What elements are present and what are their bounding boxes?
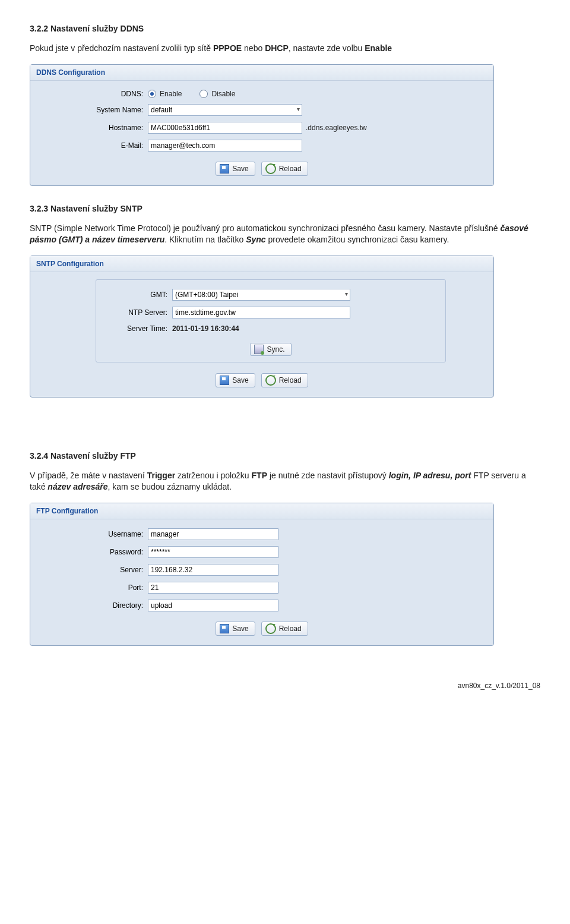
heading-ddns-section: 3.2.2 Nastavení služby DDNS [30,24,540,33]
pppoe-term: PPPOE [213,43,242,53]
reload-button-label: Reload [279,376,302,384]
page-footer: avn80x_cz_v.1.0/2011_08 [30,682,540,690]
sntp-intro-paragraph: SNTP (Simple Network Time Protocol) je p… [30,223,540,246]
dir-term: název adresáře [48,482,107,491]
hostname-label: Hostname: [30,124,148,132]
enable-term: Enable [365,43,392,53]
port-input[interactable] [148,582,278,594]
ntp-server-label: NTP Server: [96,308,172,317]
save-button-label: Save [232,625,248,633]
ftp-p-pre: V případě, že máte v nastavení [30,471,147,480]
sntp-p1: SNTP (Simple Network Time Protocol) je p… [30,223,500,233]
save-icon [220,624,229,633]
password-label: Password: [30,548,148,556]
ftp-panel-title: FTP Configuration [30,503,493,519]
heading-sntp-section: 3.2.3 Nastavení služby SNTP [30,204,540,213]
save-button-label: Save [232,165,248,173]
username-input[interactable] [148,528,278,540]
email-input[interactable] [148,140,302,152]
reload-icon [265,163,276,174]
sync-button[interactable]: Sync. [250,343,291,356]
reload-icon [265,623,276,634]
directory-input[interactable] [148,600,278,611]
dhcp-term: DHCP [265,43,289,53]
sync-button-label: Sync. [267,345,284,354]
password-input[interactable] [148,546,278,558]
ddns-intro-paragraph: Pokud jste v předchozím nastavení zvolil… [30,43,540,55]
ddns-disable-radio-label: Disable [211,90,235,98]
save-icon [220,164,229,174]
ntp-server-input[interactable] [172,307,350,318]
heading-ftp-section: 3.2.4 Nastavení služby FTP [30,451,540,461]
save-button[interactable]: Save [216,373,255,387]
login-term: login, IP adresu, port [389,471,471,480]
reload-button-label: Reload [279,625,302,633]
save-icon [220,376,229,385]
system-name-label: System Name: [30,106,148,114]
ftp-p-mid1: zatrženou i položku [175,471,251,480]
server-input[interactable] [148,564,278,576]
sntp-config-panel: SNTP Configuration GMT: ▾ NTP Server: Se… [30,256,494,398]
server-time-value: 2011-01-19 16:30:44 [172,324,239,333]
trigger-term: Trigger [147,471,175,480]
hostname-suffix: .ddns.eagleeyes.tw [306,124,367,132]
gmt-label: GMT: [96,291,172,299]
ddns-config-panel: DDNS Configuration DDNS: Enable Disable … [30,64,494,186]
ddns-disable-radio[interactable] [200,90,208,98]
ftp-config-panel: FTP Configuration Username: Password: Se… [30,503,494,646]
username-label: Username: [30,530,148,538]
ddns-intro-pre: Pokud jste v předchozím nastavení zvolil… [30,43,213,53]
directory-label: Directory: [30,601,148,610]
ftp-p-end: , kam se budou záznamy ukládat. [108,482,232,491]
gmt-combo[interactable] [172,289,350,301]
sntp-p1-after: . Kliknutím na tlačítko [164,235,246,244]
sync-term: Sync [246,235,265,244]
sntp-p1-end: provedete okamžitou synchronizaci času k… [266,235,449,244]
server-label: Server: [30,566,148,574]
save-button[interactable]: Save [216,622,255,636]
ddns-intro-mid1: nebo [242,43,265,53]
sntp-inner-box: GMT: ▾ NTP Server: Server Time: 2011-01-… [96,279,446,362]
ddns-panel-title: DDNS Configuration [30,65,493,81]
save-button-label: Save [232,376,248,384]
ftp-intro-paragraph: V případě, že máte v nastavení Trigger z… [30,470,540,493]
port-label: Port: [30,584,148,592]
sntp-panel-title: SNTP Configuration [30,256,493,272]
email-label: E-Mail: [30,141,148,150]
reload-button[interactable]: Reload [261,373,308,387]
system-name-combo[interactable] [148,104,302,116]
reload-icon [265,375,276,386]
ftp-term: FTP [252,471,267,480]
ddns-intro-mid2: , nastavte zde volbu [289,43,365,53]
ddns-enable-radio[interactable] [148,90,156,98]
sync-icon [254,345,264,354]
ddns-label: DDNS: [30,90,148,98]
reload-button[interactable]: Reload [261,162,308,176]
reload-button[interactable]: Reload [261,622,308,636]
reload-button-label: Reload [279,165,302,173]
server-time-label: Server Time: [96,324,172,333]
ftp-p-mid2: je nutné zde nastavit přístupový [267,471,389,480]
hostname-input[interactable] [148,122,302,134]
ddns-enable-radio-label: Enable [160,90,182,98]
save-button[interactable]: Save [216,162,255,176]
